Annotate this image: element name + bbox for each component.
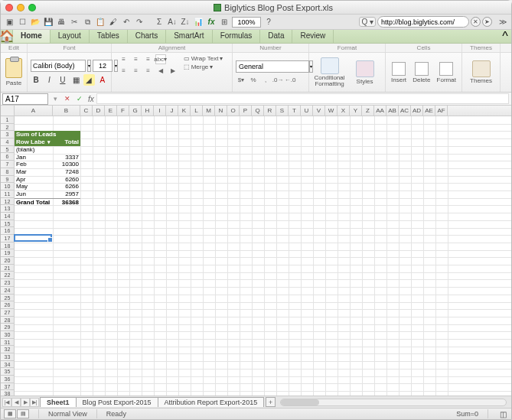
name-box[interactable] <box>2 93 48 105</box>
tab-charts[interactable]: Charts <box>128 30 166 43</box>
increase-decimal-icon[interactable]: .0→ <box>272 75 283 85</box>
delete-cells-button[interactable]: Delete <box>413 62 430 83</box>
decrease-decimal-icon[interactable]: ←.0 <box>285 75 295 85</box>
row-header-9[interactable]: 9 <box>1 176 14 184</box>
row-header-13[interactable]: 13 <box>1 205 14 213</box>
cell-A10[interactable]: May <box>15 183 53 190</box>
row-header-17[interactable]: 17 <box>1 235 14 243</box>
row-header-3[interactable]: 3 <box>1 131 14 138</box>
copy-icon[interactable]: ⧉ <box>82 17 93 28</box>
formula-bar[interactable] <box>96 93 509 104</box>
tab-layout[interactable]: Layout <box>51 30 90 43</box>
cell-B6[interactable]: 3337 <box>53 154 80 161</box>
minimize-icon[interactable] <box>17 4 24 11</box>
font-name-field[interactable] <box>31 60 86 72</box>
add-sheet-button[interactable]: + <box>266 397 276 407</box>
italic-button[interactable]: I <box>44 74 54 86</box>
font-name-dd-icon[interactable]: ▾ <box>87 60 91 72</box>
clear-search-icon[interactable]: ✕ <box>471 17 481 27</box>
col-header-K[interactable]: K <box>178 106 191 116</box>
fx-icon[interactable]: fx <box>206 17 217 28</box>
col-header-N[interactable]: N <box>215 106 227 116</box>
ribbon-home-icon[interactable]: 🏠 <box>1 30 13 43</box>
row-header-23[interactable]: 23 <box>1 279 14 287</box>
align-bottom-icon[interactable]: ≡ <box>143 54 154 64</box>
col-header-U[interactable]: U <box>301 106 313 116</box>
go-search-icon[interactable]: ➤ <box>482 17 492 27</box>
row-header-33[interactable]: 33 <box>1 353 14 361</box>
percent-icon[interactable]: % <box>248 75 259 85</box>
col-header-Y[interactable]: Y <box>350 106 362 116</box>
col-header-V[interactable]: V <box>313 106 325 116</box>
autosum-icon[interactable]: Σ <box>154 17 165 28</box>
zoom-icon[interactable] <box>28 4 36 11</box>
format-painter-icon[interactable]: 🖌 <box>108 17 119 28</box>
col-header-AD[interactable]: AD <box>411 106 423 116</box>
cell-A5[interactable]: (blank) <box>15 146 53 154</box>
row-header-16[interactable]: 16 <box>1 227 14 235</box>
col-header-B[interactable]: B <box>53 106 80 116</box>
show-formulas-icon[interactable]: ⊞ <box>219 17 230 28</box>
cells-area[interactable]: Sum of LeadsRow LabelsTotal▾(blank)Jan33… <box>15 116 511 396</box>
url-search-input[interactable] <box>377 16 469 28</box>
cell-B10[interactable]: 6266 <box>53 183 80 190</box>
indent-inc-icon[interactable]: ▶ <box>168 66 178 76</box>
col-header-S[interactable]: S <box>276 106 289 116</box>
help-icon[interactable]: ? <box>263 17 274 28</box>
align-right-icon[interactable]: ≡ <box>143 66 154 76</box>
underline-button[interactable]: U <box>57 74 68 86</box>
paste-big-icon[interactable] <box>5 58 22 78</box>
row-header-12[interactable]: 12 <box>1 198 14 206</box>
orientation-button[interactable]: abc▾ <box>155 54 166 64</box>
select-all-corner[interactable] <box>1 106 15 116</box>
cell-B4[interactable]: Total▾ <box>53 138 80 146</box>
cell-A3[interactable]: Sum of Leads <box>15 131 80 138</box>
redo-icon[interactable]: ↷ <box>134 17 145 28</box>
col-header-AC[interactable]: AC <box>399 106 411 116</box>
row-header-1[interactable]: 1 <box>1 116 14 124</box>
search-scope-button[interactable]: Q ▾ <box>359 17 376 27</box>
align-center-icon[interactable]: ≡ <box>131 66 142 76</box>
tab-smartart[interactable]: SmartArt <box>166 30 212 43</box>
row-header-11[interactable]: 11 <box>1 190 14 198</box>
row-header-6[interactable]: 6 <box>1 153 14 161</box>
row-header-22[interactable]: 22 <box>1 272 14 279</box>
border-button[interactable]: ▦ <box>70 74 81 86</box>
row-header-25[interactable]: 25 <box>1 295 14 302</box>
col-header-X[interactable]: X <box>338 106 350 116</box>
currency-icon[interactable]: $▾ <box>236 75 246 85</box>
number-format-field[interactable] <box>236 60 309 73</box>
font-size-field[interactable] <box>93 60 113 72</box>
normal-view-icon[interactable]: ▦ <box>4 409 16 418</box>
col-header-F[interactable]: F <box>117 106 129 116</box>
horizontal-scrollbar[interactable] <box>280 399 507 406</box>
tab-tables[interactable]: Tables <box>90 30 128 43</box>
cell-B9[interactable]: 6260 <box>53 176 80 184</box>
align-left-icon[interactable]: ≡ <box>119 66 129 76</box>
collapse-ribbon-icon[interactable]: ≫ <box>497 17 508 28</box>
sheet-tab-2[interactable]: Blog Post Export-2015 <box>76 397 158 407</box>
row-header-7[interactable]: 7 <box>1 161 14 168</box>
col-header-L[interactable]: L <box>191 106 203 116</box>
namebox-dd-icon[interactable]: ▾ <box>50 93 60 104</box>
sheet-nav-last-icon[interactable]: ▶| <box>30 398 39 407</box>
cell-B8[interactable]: 7248 <box>53 168 80 176</box>
row-header-24[interactable]: 24 <box>1 287 14 295</box>
status-extra-icon[interactable]: ◫ <box>497 409 508 419</box>
row-header-8[interactable]: 8 <box>1 168 14 176</box>
col-header-M[interactable]: M <box>203 106 215 116</box>
cut-icon[interactable]: ✂ <box>69 17 80 28</box>
sheet-nav-first-icon[interactable]: |◀ <box>2 398 11 407</box>
row-header-32[interactable]: 32 <box>1 346 14 353</box>
insert-cells-button[interactable]: Insert <box>391 62 406 83</box>
wrap-text-button[interactable]: ▭ Wrap Text ▾ <box>181 54 226 63</box>
close-icon[interactable] <box>5 4 13 11</box>
format-cells-button[interactable]: Format <box>437 62 456 83</box>
row-header-14[interactable]: 14 <box>1 213 14 220</box>
row-header-19[interactable]: 19 <box>1 249 14 257</box>
tab-formulas[interactable]: Formulas <box>213 30 261 43</box>
row-header-21[interactable]: 21 <box>1 265 14 272</box>
cell-A9[interactable]: Apr <box>15 176 53 184</box>
paste-icon[interactable]: 📋 <box>95 17 106 28</box>
row-header-5[interactable]: 5 <box>1 146 14 154</box>
